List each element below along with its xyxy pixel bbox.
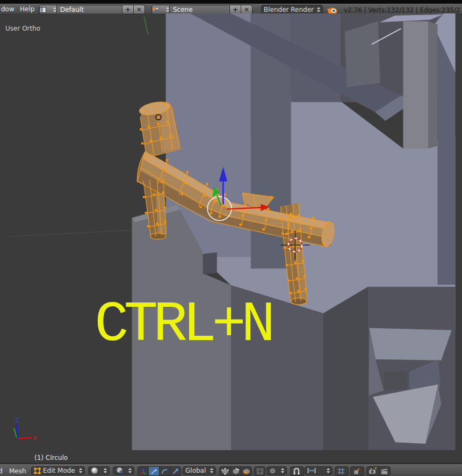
menu-truncated[interactable]: d xyxy=(0,467,3,475)
proportional-edit-selector[interactable] xyxy=(266,466,287,475)
mode-selector[interactable]: Edit Mode xyxy=(31,466,85,475)
manipulator-buttons xyxy=(138,466,181,476)
select-mode-buttons xyxy=(219,466,252,476)
menu-help[interactable]: Help xyxy=(20,5,34,13)
axis-tripod-toggle[interactable] xyxy=(138,467,149,475)
snap-toggle-group xyxy=(290,466,304,476)
rotate-toggle[interactable] xyxy=(160,467,170,475)
render-engine-selector[interactable]: Blender Render xyxy=(261,5,323,14)
axis-tripod-icon xyxy=(140,468,147,475)
add-icon: + xyxy=(233,6,238,13)
shading-sphere-icon xyxy=(91,467,98,474)
scene-statistics: v2.76 | Verts:132/132 | Edges:235/235 | … xyxy=(344,6,461,14)
opengl-anim-icon xyxy=(380,467,389,475)
snap-target-group xyxy=(335,466,349,476)
opengl-render-group xyxy=(366,466,391,476)
render-engine-label: Blender Render xyxy=(264,6,315,13)
occlude-icon xyxy=(256,468,264,475)
close-icon: ✕ xyxy=(136,6,142,13)
orientation-selector[interactable]: Global xyxy=(183,466,216,475)
editmode-icon xyxy=(34,467,41,474)
orientation-label: Global xyxy=(185,467,208,474)
scene-name: Scene xyxy=(173,6,193,13)
viewport-3d-scene[interactable]: X Z xyxy=(0,13,462,463)
manipulate-centers-icon xyxy=(353,467,360,475)
shading-selector[interactable] xyxy=(88,466,110,475)
opengl-render-icon xyxy=(369,467,377,475)
snap-target-button[interactable] xyxy=(335,467,347,475)
dropdown-arrows-icon xyxy=(53,7,56,12)
snap-element-selector[interactable] xyxy=(305,466,333,475)
translate-toggle[interactable] xyxy=(149,467,160,475)
scale-icon xyxy=(172,468,179,475)
scale-toggle[interactable] xyxy=(170,467,181,475)
active-object-label: (1) Círculo xyxy=(34,454,68,461)
axis-z-label: Z xyxy=(15,417,19,424)
layout-name: Default xyxy=(60,6,84,13)
snap-target-icon xyxy=(337,467,345,475)
hotkey-overlay: CTRL+N xyxy=(95,297,271,354)
snap-increment-icon xyxy=(307,467,316,474)
dropdown-arrows-icon xyxy=(128,468,132,473)
pivot-selector[interactable] xyxy=(113,466,134,475)
dropdown-arrows-icon xyxy=(166,7,169,12)
face-select-icon xyxy=(243,468,250,475)
manipulate-centers-button[interactable] xyxy=(351,467,363,475)
dropdown-arrows-icon xyxy=(210,468,213,473)
add-icon: + xyxy=(125,6,131,13)
close-icon: ✕ xyxy=(244,6,249,13)
viewport-header-bar: d Mesh Edit Mode xyxy=(0,464,462,476)
dropdown-arrows-icon xyxy=(317,7,320,12)
face-select-button[interactable] xyxy=(241,467,251,475)
opengl-render-button[interactable] xyxy=(367,467,379,475)
centers-group xyxy=(350,466,364,476)
view-mode-label: User Ortho xyxy=(5,25,40,32)
pivot-icon xyxy=(116,467,123,474)
axis-x-label: X xyxy=(33,435,37,442)
dropdown-arrows-icon xyxy=(104,468,107,473)
mode-label: Edit Mode xyxy=(43,467,77,474)
dropdown-arrows-icon xyxy=(281,468,284,473)
blender-window: dow Help Default + ✕ Scene + ✕ xyxy=(0,0,462,476)
vertex-select-icon xyxy=(221,468,229,475)
opengl-anim-button[interactable] xyxy=(379,467,390,475)
menu-mesh[interactable]: Mesh xyxy=(9,467,26,475)
occlude-button-group xyxy=(254,466,265,476)
dropdown-arrows-icon xyxy=(327,468,330,473)
snap-magnet-icon xyxy=(293,467,300,475)
vertex-select-button[interactable] xyxy=(220,467,230,475)
translate-icon xyxy=(150,468,157,475)
info-header-bar: dow Help Default + ✕ Scene + ✕ xyxy=(0,3,462,15)
edge-select-button[interactable] xyxy=(230,467,241,475)
snap-toggle[interactable] xyxy=(291,467,302,475)
menu-window[interactable]: dow xyxy=(1,5,15,13)
occlude-button[interactable] xyxy=(255,467,265,475)
mesh-origin-dot xyxy=(156,114,161,120)
proportional-icon xyxy=(269,467,276,474)
dropdown-arrows-icon xyxy=(79,468,82,473)
edge-select-icon xyxy=(232,468,240,475)
rotate-icon xyxy=(161,468,168,475)
